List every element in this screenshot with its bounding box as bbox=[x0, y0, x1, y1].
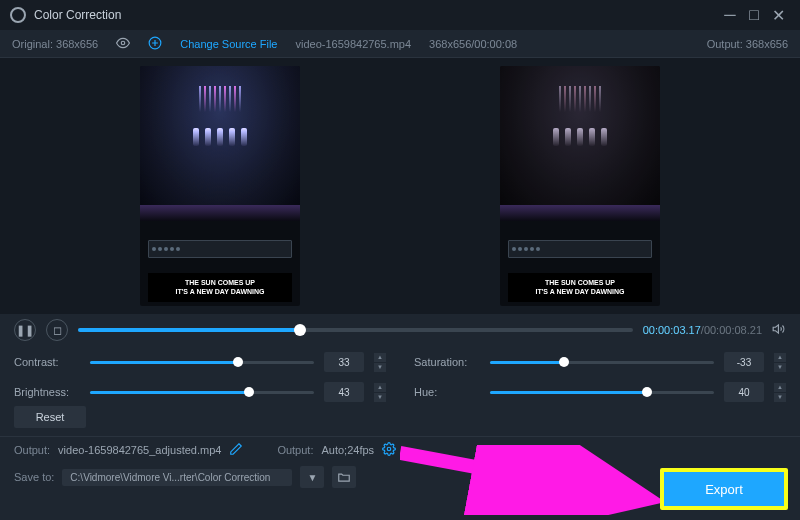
export-highlight: Export bbox=[660, 468, 788, 510]
output-label: Output: bbox=[14, 444, 50, 456]
monitor-bar-icon bbox=[148, 240, 292, 258]
timecode: 00:00:03.17/00:00:08.21 bbox=[643, 324, 762, 336]
caption-original: THE SUN COMES UP IT'S A NEW DAY DAWNING bbox=[148, 273, 292, 302]
brightness-up[interactable]: ▲ bbox=[374, 383, 386, 392]
change-source-link[interactable]: Change Source File bbox=[180, 38, 277, 50]
output-preview: THE SUN COMES UP IT'S A NEW DAY DAWNING bbox=[500, 66, 660, 306]
contrast-up[interactable]: ▲ bbox=[374, 353, 386, 362]
original-preview: THE SUN COMES UP IT'S A NEW DAY DAWNING bbox=[140, 66, 300, 306]
output-settings-value: Auto;24fps bbox=[321, 444, 374, 456]
total-time: /00:00:08.21 bbox=[701, 324, 762, 336]
contrast-value[interactable]: 33 bbox=[324, 352, 364, 372]
brightness-slider[interactable] bbox=[90, 391, 314, 394]
hue-row: Hue: 40 ▲▼ bbox=[414, 382, 786, 402]
open-folder-icon[interactable] bbox=[332, 466, 356, 488]
output-settings-label: Output: bbox=[277, 444, 313, 456]
source-filename: video-1659842765.mp4 bbox=[295, 38, 411, 50]
svg-point-0 bbox=[121, 41, 125, 45]
saturation-row: Saturation: -33 ▲▼ bbox=[414, 352, 786, 372]
contrast-row: Contrast: 33 ▲▼ bbox=[14, 352, 386, 372]
brightness-value[interactable]: 43 bbox=[324, 382, 364, 402]
output-filename: video-1659842765_adjusted.mp4 bbox=[58, 444, 221, 456]
saturation-down[interactable]: ▼ bbox=[774, 363, 786, 372]
save-path-dropdown[interactable]: ▼ bbox=[300, 466, 324, 488]
hue-down[interactable]: ▼ bbox=[774, 393, 786, 402]
output-settings-gear-icon[interactable] bbox=[382, 442, 396, 458]
preview-eye-icon[interactable] bbox=[116, 36, 130, 52]
output-dims-label: Output: 368x656 bbox=[707, 38, 788, 50]
brightness-row: Brightness: 43 ▲▼ bbox=[14, 382, 386, 402]
save-to-label: Save to: bbox=[14, 471, 54, 483]
source-dims-duration: 368x656/00:00:08 bbox=[429, 38, 517, 50]
volume-icon[interactable] bbox=[772, 322, 786, 338]
contrast-down[interactable]: ▼ bbox=[374, 363, 386, 372]
close-button[interactable]: ✕ bbox=[766, 5, 790, 25]
add-source-icon[interactable] bbox=[148, 36, 162, 52]
contrast-label: Contrast: bbox=[14, 356, 80, 368]
maximize-button[interactable]: □ bbox=[742, 5, 766, 25]
color-sliders: Contrast: 33 ▲▼ Saturation: -33 ▲▼ Brigh… bbox=[0, 346, 800, 404]
saturation-value[interactable]: -33 bbox=[724, 352, 764, 372]
edit-output-filename-icon[interactable] bbox=[229, 442, 243, 458]
title-bar: Color Correction ─ □ ✕ bbox=[0, 0, 800, 30]
minimize-button[interactable]: ─ bbox=[718, 5, 742, 25]
current-time: 00:00:03.17 bbox=[643, 324, 701, 336]
playback-bar: ❚❚ ◻ 00:00:03.17/00:00:08.21 bbox=[0, 314, 800, 346]
source-bar: Original: 368x656 Change Source File vid… bbox=[0, 30, 800, 58]
svg-point-2 bbox=[387, 447, 391, 451]
contrast-slider[interactable] bbox=[90, 361, 314, 364]
timeline-slider[interactable] bbox=[78, 328, 633, 332]
hue-slider[interactable] bbox=[490, 391, 714, 394]
stop-button[interactable]: ◻ bbox=[46, 319, 68, 341]
brightness-down[interactable]: ▼ bbox=[374, 393, 386, 402]
saturation-label: Saturation: bbox=[414, 356, 480, 368]
saturation-up[interactable]: ▲ bbox=[774, 353, 786, 362]
save-path-field[interactable]: C:\Vidmore\Vidmore Vi...rter\Color Corre… bbox=[62, 469, 292, 486]
output-bar: Output: video-1659842765_adjusted.mp4 Ou… bbox=[0, 436, 800, 462]
saturation-slider[interactable] bbox=[490, 361, 714, 364]
preview-area: THE SUN COMES UP IT'S A NEW DAY DAWNING … bbox=[0, 58, 800, 314]
monitor-bar-icon bbox=[508, 240, 652, 258]
pause-button[interactable]: ❚❚ bbox=[14, 319, 36, 341]
window-title: Color Correction bbox=[34, 8, 718, 22]
hue-label: Hue: bbox=[414, 386, 480, 398]
export-button[interactable]: Export bbox=[664, 472, 784, 506]
hue-value[interactable]: 40 bbox=[724, 382, 764, 402]
app-logo-icon bbox=[10, 7, 26, 23]
reset-button[interactable]: Reset bbox=[14, 406, 86, 428]
hue-up[interactable]: ▲ bbox=[774, 383, 786, 392]
brightness-label: Brightness: bbox=[14, 386, 80, 398]
caption-output: THE SUN COMES UP IT'S A NEW DAY DAWNING bbox=[508, 273, 652, 302]
original-dims-label: Original: 368x656 bbox=[12, 38, 98, 50]
